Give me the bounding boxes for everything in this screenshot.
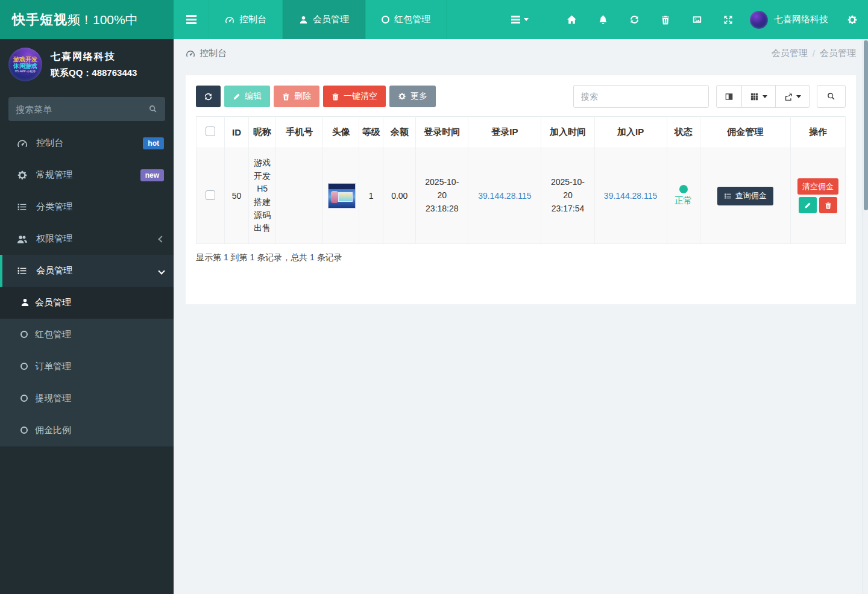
col-level[interactable]: 等级 [359,117,383,148]
row-edit-button[interactable] [799,197,817,213]
users-icon [17,234,28,245]
edit-button-label: 编辑 [245,91,262,102]
row-delete-button[interactable] [819,197,837,213]
edit-button[interactable]: 编辑 [224,86,270,107]
cell-login-ip-link[interactable]: 39.144.28.115 [478,191,532,201]
table-toolbar: 编辑 删除 一键清空 更多 [196,85,846,108]
refresh-button[interactable] [618,0,650,39]
cell-balance: 0.00 [383,148,416,244]
col-phone[interactable]: 手机号 [276,117,323,148]
tab-list-dropdown[interactable] [500,0,539,39]
more-button-label: 更多 [410,91,427,102]
sidebar-item-label: 控制台 [36,137,143,149]
tab-dashboard[interactable]: 控制台 [209,0,283,39]
scrollbar-thumb[interactable] [864,40,868,210]
clear-all-button[interactable]: 一键清空 [323,86,386,107]
breadcrumb-parent[interactable]: 会员管理 [772,48,808,59]
clear-commission-button[interactable]: 清空佣金 [797,178,838,195]
submenu-item-label: 提现管理 [35,393,71,404]
col-login-ip[interactable]: 登录IP [468,117,541,148]
col-status[interactable]: 状态 [667,117,700,148]
table-search-input[interactable] [573,85,709,108]
scrollbar-track[interactable] [863,39,868,594]
table-header-row: ID 昵称 手机号 头像 等级 余额 登录时间 登录IP 加入时间 加入IP 状… [197,117,846,148]
circle-icon [20,395,28,402]
submenu-item-orders[interactable]: 订单管理 [0,351,174,383]
user-icon [20,298,30,307]
col-login-time[interactable]: 登录时间 [416,117,468,148]
docs-button[interactable] [681,0,712,39]
col-commission[interactable]: 佣金管理 [700,117,790,148]
col-avatar[interactable]: 头像 [323,117,359,148]
submenu-item-withdraw[interactable]: 提现管理 [0,383,174,414]
logo-line1: 游戏开发 [13,56,37,63]
org-name: 七喜网络科技 [51,51,137,63]
menu-search-input[interactable] [16,104,148,114]
circle-icon [382,16,389,23]
col-nickname[interactable]: 昵称 [249,117,276,148]
sidebar-toggle-button[interactable] [174,0,209,39]
hamburger-icon [186,19,197,20]
caret-down-icon [524,18,529,21]
query-commission-button[interactable]: 查询佣金 [717,187,773,205]
brand-text-bold: 快手短视 [12,11,68,29]
pencil-icon [804,202,811,209]
select-all-checkbox[interactable] [206,127,215,136]
status-badge: 正常 [672,185,695,207]
delete-button[interactable]: 删除 [274,86,319,107]
breadcrumb-left-label[interactable]: 控制台 [200,48,227,59]
tab-members[interactable]: 会员管理 [283,0,365,39]
top-nav: 控制台 会员管理 红包管理 [174,0,868,39]
col-balance[interactable]: 余额 [383,117,416,148]
refresh-button[interactable] [196,86,221,107]
user-menu[interactable]: 七喜网络科技 [744,11,837,29]
submenu-item-label: 佣金比例 [35,425,71,436]
bell-icon [598,14,608,25]
cell-phone [276,148,323,244]
refresh-icon [629,14,640,25]
table-view-button-group [716,85,810,108]
sidebar-submenu: 会员管理 红包管理 订单管理 提现管理 佣金比例 [0,287,174,446]
detail-view-button[interactable] [716,85,742,108]
logo-line3: H5·APP·小程序 [15,70,36,73]
sidebar-org-panel: 游戏开发 休闲游戏 H5·APP·小程序 七喜网络科技 联系QQ：4887634… [0,39,174,89]
more-button[interactable]: 更多 [389,86,436,107]
columns-button[interactable] [742,85,776,108]
submenu-item-redpacket[interactable]: 红包管理 [0,319,174,351]
export-button[interactable] [776,85,810,108]
members-table: ID 昵称 手机号 头像 等级 余额 登录时间 登录IP 加入时间 加入IP 状… [196,116,846,244]
sidebar-item-label: 会员管理 [36,265,159,277]
main-content: 控制台 会员管理 / 会员管理 编辑 删除 [174,39,868,594]
home-button[interactable] [556,0,587,39]
row-checkbox[interactable] [206,190,215,200]
sidebar-item-members[interactable]: 会员管理 [0,255,174,287]
col-join-ip[interactable]: 加入IP [594,117,667,148]
sidebar-item-general[interactable]: 常规管理 new [0,159,174,191]
refresh-icon [204,92,213,101]
circle-icon [20,331,28,338]
list-icon [511,19,520,20]
dashboard-icon [186,49,195,58]
row-avatar-image[interactable] [328,183,356,208]
cell-join-time: 2025-10-20 23:17:54 [549,176,587,215]
cell-join-ip-link[interactable]: 39.144.28.115 [604,191,658,201]
search-submit-button[interactable] [817,85,846,108]
col-join-time[interactable]: 加入时间 [541,117,594,148]
submenu-item-members[interactable]: 会员管理 [0,287,174,319]
new-badge: new [140,169,164,181]
clear-cache-button[interactable] [650,0,681,39]
sidebar-item-permission[interactable]: 权限管理 [0,223,174,255]
status-label: 正常 [675,195,693,207]
notifications-button[interactable] [587,0,618,39]
clear-all-button-label: 一键清空 [344,91,377,102]
col-id[interactable]: ID [225,117,249,148]
sidebar: 游戏开发 休闲游戏 H5·APP·小程序 七喜网络科技 联系QQ：4887634… [0,39,174,594]
sidebar-item-dashboard[interactable]: 控制台 hot [0,127,174,159]
sidebar-item-category[interactable]: 分类管理 [0,191,174,223]
col-actions[interactable]: 操作 [790,117,845,148]
sidebar-logo: 游戏开发 休闲游戏 H5·APP·小程序 [8,48,42,81]
tab-redpacket[interactable]: 红包管理 [365,0,447,39]
settings-button[interactable] [837,0,868,39]
submenu-item-commission-rate[interactable]: 佣金比例 [0,414,174,446]
fullscreen-button[interactable] [712,0,744,39]
